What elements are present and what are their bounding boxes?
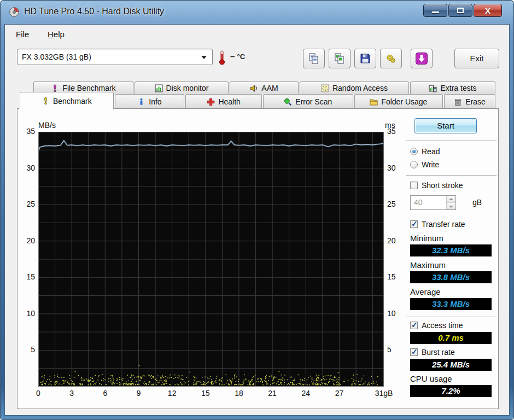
y-tick-label: 15	[387, 272, 406, 281]
short-stroke-label: Short stroke	[422, 181, 463, 190]
tab-error-scan[interactable]: Error Scan	[263, 94, 353, 109]
tab-row-primary: Benchmark Info Health Error Scan	[20, 94, 495, 109]
transfer-rate-checkbox[interactable]: Transfer rate	[410, 220, 465, 229]
random-access-icon	[321, 84, 329, 92]
spinner-down-button[interactable]	[447, 203, 455, 210]
maximum-label: Maximum	[410, 260, 446, 270]
menu-help[interactable]: Help	[44, 28, 68, 40]
tab-label: Random Access	[332, 84, 388, 92]
options-icon	[385, 52, 397, 65]
close-icon: X	[474, 6, 501, 15]
drive-select[interactable]: FX 3.032GB (31 gB)	[17, 49, 213, 65]
temperature-readout: – °C	[230, 51, 245, 61]
x-tick-label: 3	[60, 389, 84, 398]
copy-text-button[interactable]	[303, 49, 325, 68]
title-bar[interactable]: HD Tune Pro 4.50 - Hard Disk Utility X	[0, 0, 514, 24]
exit-button[interactable]: Exit	[454, 49, 499, 68]
burst-rate-checkbox[interactable]: Burst rate	[410, 348, 455, 357]
save-button[interactable]	[354, 49, 376, 68]
tab-benchmark[interactable]: Benchmark	[20, 92, 114, 109]
radio-selected-icon	[410, 148, 418, 155]
x-tick-label: 6	[93, 389, 117, 398]
health-icon	[207, 98, 215, 106]
maximize-button[interactable]	[448, 4, 472, 17]
speaker-icon	[250, 84, 258, 92]
copy-text-icon	[308, 52, 320, 65]
checkbox-unchecked-icon	[410, 182, 418, 189]
x-tick-label: 15	[194, 389, 218, 398]
read-radio[interactable]: Read	[410, 147, 440, 156]
y-tick-label: 30	[17, 164, 35, 172]
tab-random-access[interactable]: Random Access	[300, 81, 409, 94]
update-button[interactable]	[411, 49, 433, 68]
tab-health[interactable]: Health	[185, 94, 262, 109]
hd-tune-app-icon	[9, 7, 20, 18]
tab-folder-usage[interactable]: Folder Usage	[354, 94, 443, 109]
benchmark-chart: MB/s ms 35353030252520201515101055036912…	[17, 109, 404, 407]
access-time-checkbox[interactable]: Access time	[410, 321, 463, 330]
benchmark-icon	[42, 97, 50, 105]
drive-select-value: FX 3.032GB (31 gB)	[22, 52, 91, 61]
y-axis-left-unit: MB/s	[38, 121, 56, 130]
y-tick-label: 10	[17, 309, 35, 318]
tab-label: Disk monitor	[166, 84, 209, 92]
extra-tests-icon	[429, 84, 437, 92]
chevron-down-icon	[201, 56, 207, 59]
tab-aam[interactable]: AAM	[230, 81, 299, 94]
tab-label: Extra tests	[440, 84, 476, 92]
close-button[interactable]: X	[474, 4, 502, 17]
copy-image-button[interactable]	[329, 49, 351, 68]
x-tick-label: 12	[160, 389, 184, 398]
x-tick-label: 18	[227, 389, 251, 398]
options-button[interactable]	[380, 49, 402, 68]
start-button[interactable]: Start	[414, 118, 477, 133]
y-tick-label: 25	[387, 200, 406, 208]
tab-disk-monitor[interactable]: Disk monitor	[135, 81, 229, 94]
disk-monitor-icon	[155, 84, 163, 92]
tab-label: Erase	[465, 97, 486, 106]
write-radio-label: Write	[422, 160, 439, 169]
tab-label: Benchmark	[53, 97, 92, 106]
minimize-button[interactable]	[423, 4, 447, 17]
benchmark-plot	[38, 132, 384, 387]
y-tick-label: 25	[17, 200, 35, 208]
maximize-icon	[457, 8, 464, 13]
minimum-label: Minimum	[410, 234, 443, 243]
folder-icon	[370, 98, 378, 106]
short-stroke-unit: gB	[472, 198, 482, 207]
write-radio[interactable]: Write	[410, 160, 439, 169]
divider	[406, 175, 497, 176]
average-value: 33.3 MB/s	[410, 298, 492, 310]
tab-extra-tests[interactable]: Extra tests	[410, 81, 495, 94]
y-tick-label: 5	[17, 345, 35, 354]
menu-bar: File Help	[5, 25, 509, 43]
client-area: File Help FX 3.032GB (31 gB) – °C	[4, 24, 510, 416]
benchmark-controls: Start Read Write Short stroke 40	[406, 109, 498, 407]
minimum-value: 32.3 MB/s	[410, 244, 492, 256]
spinner-up-button[interactable]	[447, 196, 455, 203]
checkbox-checked-icon	[410, 348, 418, 356]
app-window: HD Tune Pro 4.50 - Hard Disk Utility X F…	[0, 0, 514, 420]
short-stroke-spinner[interactable]: 40	[410, 195, 456, 210]
benchmark-page: MB/s ms 35353030252520201515101055036912…	[17, 108, 499, 409]
checkbox-checked-icon	[410, 322, 418, 329]
x-tick-label: 0	[26, 389, 50, 398]
tab-erase[interactable]: Erase	[444, 94, 495, 109]
copy-image-icon	[334, 52, 346, 65]
divider	[406, 317, 497, 317]
x-tick-label: 21	[260, 389, 284, 398]
minimize-icon	[432, 11, 439, 13]
menu-file[interactable]: File	[13, 28, 32, 40]
tab-info[interactable]: Info	[115, 94, 185, 109]
burst-rate-label: Burst rate	[422, 348, 455, 357]
short-stroke-checkbox[interactable]: Short stroke	[410, 181, 463, 190]
y-tick-label: 35	[387, 127, 406, 136]
info-icon	[137, 98, 145, 106]
x-tick-label: 31gB	[372, 389, 396, 398]
y-tick-label: 20	[387, 236, 406, 245]
file-benchmark-icon	[51, 84, 59, 92]
access-time-label: Access time	[422, 321, 463, 330]
read-radio-label: Read	[422, 147, 440, 156]
burst-rate-value: 25.4 MB/s	[410, 359, 492, 371]
access-time-value: 0.7 ms	[410, 332, 492, 344]
